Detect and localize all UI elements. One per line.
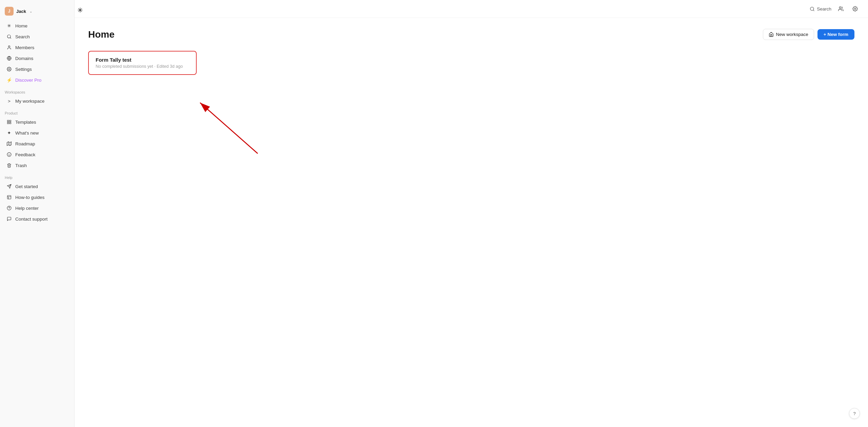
topbar-people-icon [838,6,844,12]
smiley-icon [6,151,12,158]
sidebar-item-label: Feedback [15,152,35,157]
product-section-label: Product [0,106,74,117]
sidebar-item-label: Trash [15,163,27,168]
workspace-name: My workspace [15,99,44,104]
asterisk-icon: ✳ [6,23,12,29]
svg-rect-18 [7,196,11,199]
new-workspace-button[interactable]: New workspace [763,29,814,40]
chat-icon [6,216,12,222]
svg-point-13 [7,152,11,157]
sidebar-item-label: Settings [15,67,32,72]
svg-marker-10 [7,142,12,146]
sidebar-item-label: How-to guides [15,195,44,200]
sidebar: J Jack ⌄ ✳ Home Search Members Domains [0,0,75,427]
help-button[interactable]: ? [849,408,860,419]
sidebar-item-label: Home [15,23,27,28]
page-header: Home New workspace + New form [88,29,854,40]
search-icon [6,34,12,40]
user-name: Jack [16,9,26,14]
sidebar-item-settings[interactable]: Settings [1,64,73,75]
sidebar-item-how-to-guides[interactable]: How-to guides [1,192,73,203]
trash-icon [6,162,12,168]
topbar-search-icon [810,6,815,12]
sidebar-item-label: Search [15,34,30,39]
sidebar-item-label: Domains [15,56,33,61]
svg-rect-6 [7,120,9,122]
sidebar-item-help-center[interactable]: Help center [1,203,73,214]
svg-line-1 [10,38,11,39]
sidebar-item-discover-pro[interactable]: ⚡ Discover Pro [1,75,73,85]
sidebar-item-label: Discover Pro [15,78,41,83]
sidebar-item-feedback[interactable]: Feedback [1,149,73,160]
book-icon [6,194,12,200]
svg-point-5 [8,68,10,70]
svg-rect-9 [9,122,11,124]
topbar-settings-icon [852,6,858,12]
topbar-people-icon-button[interactable] [836,4,846,14]
sidebar-item-whats-new[interactable]: ✦ What's new [1,127,73,138]
svg-rect-7 [9,120,11,122]
help-button-label: ? [853,411,855,416]
globe-icon [6,55,12,61]
plane-icon [6,183,12,189]
new-workspace-icon [769,32,774,37]
new-form-label: + New form [824,32,848,37]
sidebar-item-get-started[interactable]: Get started [1,181,73,192]
form-card-meta: No completed submissions yet · Edited 3d… [96,64,189,69]
map-icon [6,141,12,147]
chevron-down-icon: ⌄ [29,9,32,13]
avatar: J [5,7,14,16]
page-actions: New workspace + New form [763,29,854,40]
page-title: Home [88,29,115,40]
sidebar-item-home[interactable]: ✳ Home [1,20,73,31]
main-content: ✳ Search Home [75,0,868,427]
topbar-search-button[interactable]: Search [810,6,831,12]
help-section-label: Help [0,171,74,181]
sidebar-item-label: Get started [15,184,38,189]
svg-point-26 [854,8,856,9]
topbar-search-label: Search [817,6,831,12]
sidebar-item-templates[interactable]: Templates [1,117,73,127]
form-card-tally-test[interactable]: Form Tally test No completed submissions… [88,51,197,75]
new-workspace-label: New workspace [776,32,808,37]
sidebar-item-label: Contact support [15,217,47,222]
sidebar-item-label: What's new [15,130,39,136]
sidebar-item-roadmap[interactable]: Roadmap [1,138,73,149]
person-icon [6,44,12,50]
topbar-asterisk-icon: ✳ [77,6,83,14]
workspace-item-my-workspace[interactable]: > My workspace [1,96,73,106]
gear-icon [6,66,12,72]
svg-line-24 [813,10,814,11]
circle-help-icon [6,205,12,211]
svg-line-28 [200,103,258,154]
sidebar-item-trash[interactable]: Trash [1,160,73,171]
sidebar-item-contact-support[interactable]: Contact support [1,214,73,224]
sidebar-item-label: Templates [15,120,36,125]
chevron-right-icon: > [6,98,12,104]
sidebar-item-label: Members [15,45,34,50]
svg-rect-8 [7,122,9,124]
user-menu[interactable]: J Jack ⌄ [0,4,74,20]
grid-icon [6,119,12,125]
lightning-icon: ⚡ [6,77,12,83]
annotation-arrow [190,93,278,160]
topbar: ✳ Search [75,0,868,18]
sparkle-icon: ✦ [6,130,12,136]
new-form-button[interactable]: + New form [817,29,854,40]
sidebar-item-search[interactable]: Search [1,31,73,42]
svg-point-2 [8,46,10,47]
sidebar-item-domains[interactable]: Domains [1,53,73,64]
form-card-title: Form Tally test [96,57,189,63]
workspaces-section-label: Workspaces [0,85,74,96]
sidebar-item-label: Help center [15,206,39,211]
topbar-settings-icon-button[interactable] [850,4,860,14]
sidebar-item-label: Roadmap [15,141,35,146]
sidebar-item-members[interactable]: Members [1,42,73,53]
svg-point-25 [839,7,841,8]
page-content: Home New workspace + New form Form Tally… [75,18,868,427]
